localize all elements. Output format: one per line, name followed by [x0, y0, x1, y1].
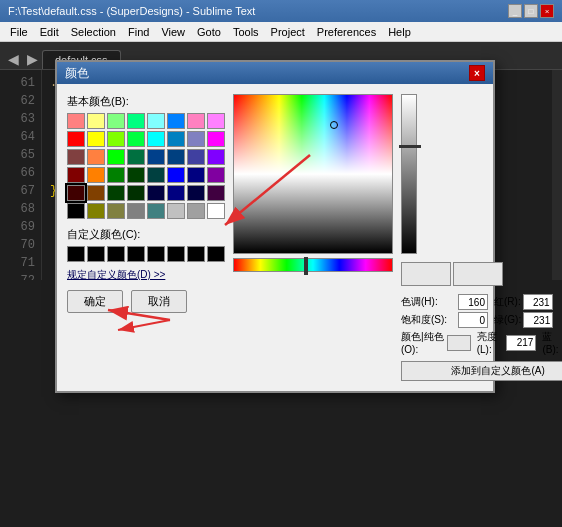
close-button[interactable]: × — [540, 4, 554, 18]
basic-color-cell[interactable] — [127, 131, 145, 147]
hue-slider[interactable] — [233, 258, 393, 272]
dialog-close-button[interactable]: × — [469, 65, 485, 81]
basic-color-cell[interactable] — [167, 203, 185, 219]
basic-color-cell[interactable] — [127, 185, 145, 201]
red-label: 红(R): — [494, 295, 521, 309]
basic-color-cell[interactable] — [107, 149, 125, 165]
basic-color-cell[interactable] — [207, 113, 225, 129]
basic-color-cell[interactable] — [67, 185, 85, 201]
custom-color-7[interactable] — [187, 246, 205, 262]
menu-selection[interactable]: Selection — [65, 24, 122, 40]
dialog-buttons: 确定 取消 — [67, 290, 225, 313]
basic-color-cell[interactable] — [147, 203, 165, 219]
basic-color-cell[interactable] — [107, 167, 125, 183]
basic-color-cell[interactable] — [107, 185, 125, 201]
basic-color-cell[interactable] — [67, 203, 85, 219]
menu-find[interactable]: Find — [122, 24, 155, 40]
tab-nav-right[interactable]: ▶ — [23, 49, 42, 69]
basic-color-cell[interactable] — [167, 185, 185, 201]
window-title: F:\Test\default.css - (SuperDesigns) - S… — [8, 5, 255, 17]
basic-color-cell[interactable] — [147, 185, 165, 201]
basic-color-cell[interactable] — [67, 131, 85, 147]
basic-color-cell[interactable] — [167, 131, 185, 147]
cancel-button[interactable]: 取消 — [131, 290, 187, 313]
basic-color-cell[interactable] — [67, 113, 85, 129]
sat-input[interactable] — [458, 312, 488, 328]
dialog-center-panel — [233, 94, 393, 381]
color-gradient-box[interactable] — [233, 94, 393, 254]
basic-color-cell[interactable] — [167, 167, 185, 183]
basic-color-cell[interactable] — [107, 203, 125, 219]
brightness-slider[interactable] — [401, 94, 417, 254]
hue-input[interactable] — [458, 294, 488, 310]
menu-goto[interactable]: Goto — [191, 24, 227, 40]
lum-input[interactable] — [506, 335, 536, 351]
basic-color-cell[interactable] — [127, 149, 145, 165]
basic-color-cell[interactable] — [67, 167, 85, 183]
basic-color-cell[interactable] — [87, 203, 105, 219]
green-label: 绿(G): — [494, 313, 521, 327]
menu-preferences[interactable]: Preferences — [311, 24, 382, 40]
green-input[interactable] — [523, 312, 553, 328]
basic-color-cell[interactable] — [147, 113, 165, 129]
basic-color-cell[interactable] — [187, 167, 205, 183]
basic-color-cell[interactable] — [107, 113, 125, 129]
dialog-title-bar: 颜色 × — [57, 62, 493, 84]
custom-color-2[interactable] — [87, 246, 105, 262]
basic-color-cell[interactable] — [187, 203, 205, 219]
basic-color-cell[interactable] — [187, 185, 205, 201]
menu-help[interactable]: Help — [382, 24, 417, 40]
dialog-title: 颜色 — [65, 65, 89, 82]
basic-color-cell[interactable] — [207, 149, 225, 165]
basic-color-cell[interactable] — [87, 149, 105, 165]
ok-button[interactable]: 确定 — [67, 290, 123, 313]
custom-color-5[interactable] — [147, 246, 165, 262]
color-preview-new — [401, 262, 451, 286]
basic-colors-label: 基本颜色(B): — [67, 94, 225, 109]
basic-color-cell[interactable] — [87, 113, 105, 129]
menu-edit[interactable]: Edit — [34, 24, 65, 40]
menu-project[interactable]: Project — [265, 24, 311, 40]
menu-view[interactable]: View — [155, 24, 191, 40]
custom-colors-grid — [67, 246, 225, 262]
hue-label: 色调(H): — [401, 295, 456, 309]
basic-color-cell[interactable] — [167, 113, 185, 129]
custom-color-3[interactable] — [107, 246, 125, 262]
basic-color-cell[interactable] — [207, 167, 225, 183]
minimize-button[interactable]: _ — [508, 4, 522, 18]
custom-color-8[interactable] — [207, 246, 225, 262]
define-custom-colors-button[interactable]: 规定自定义颜色(D) >> — [67, 268, 225, 282]
basic-color-cell[interactable] — [207, 131, 225, 147]
basic-color-cell[interactable] — [127, 203, 145, 219]
basic-color-cell[interactable] — [207, 203, 225, 219]
red-input[interactable] — [523, 294, 553, 310]
basic-color-cell[interactable] — [87, 167, 105, 183]
basic-color-cell[interactable] — [207, 185, 225, 201]
basic-color-cell[interactable] — [107, 131, 125, 147]
basic-color-cell[interactable] — [187, 131, 205, 147]
basic-color-cell[interactable] — [87, 185, 105, 201]
basic-color-cell[interactable] — [127, 167, 145, 183]
custom-color-1[interactable] — [67, 246, 85, 262]
line-numbers: 61 62 63 64 65 66 67 68 69 70 71 72 — [0, 70, 42, 280]
color-preview-current — [453, 262, 503, 286]
basic-color-cell[interactable] — [87, 131, 105, 147]
basic-color-cell[interactable] — [167, 149, 185, 165]
basic-color-cell[interactable] — [147, 167, 165, 183]
basic-color-cell[interactable] — [187, 149, 205, 165]
menu-tools[interactable]: Tools — [227, 24, 265, 40]
menu-file[interactable]: File — [4, 24, 34, 40]
dialog-left-panel: 基本颜色(B): 自定义颜色(C): 规定自定义颜色(D) >> 确定 取消 — [67, 94, 225, 381]
color-preview-area — [401, 262, 562, 286]
maximize-button[interactable]: □ — [524, 4, 538, 18]
basic-color-cell[interactable] — [67, 149, 85, 165]
custom-color-4[interactable] — [127, 246, 145, 262]
basic-color-cell[interactable] — [187, 113, 205, 129]
hue-row: 色调(H): 红(R): — [401, 294, 562, 310]
basic-color-cell[interactable] — [147, 149, 165, 165]
basic-color-cell[interactable] — [127, 113, 145, 129]
tab-nav-left[interactable]: ◀ — [4, 49, 23, 69]
basic-color-cell[interactable] — [147, 131, 165, 147]
add-to-custom-button[interactable]: 添加到自定义颜色(A) — [401, 361, 562, 381]
custom-color-6[interactable] — [167, 246, 185, 262]
